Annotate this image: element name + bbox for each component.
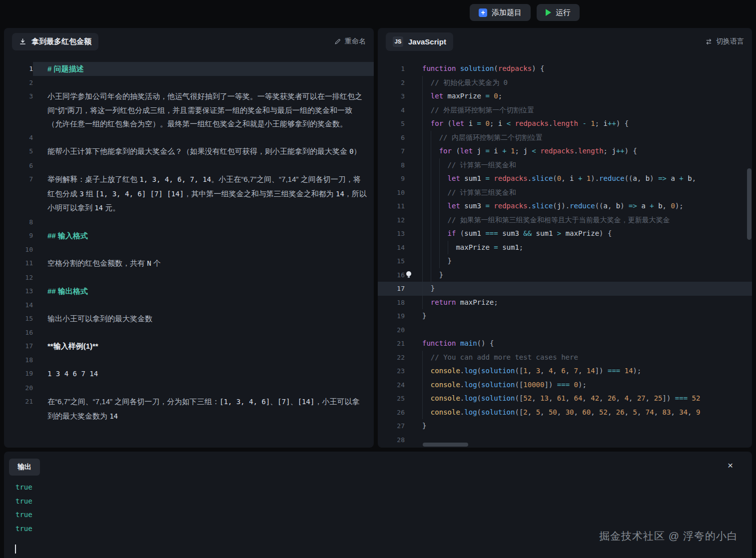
md-line-4[interactable]: 4: [4, 131, 374, 145]
line-number: 15: [378, 254, 405, 268]
line-number: 10: [378, 186, 405, 200]
code-line-content: if (sum1 === sum3 && sum1 > maxPrize) {: [405, 227, 752, 241]
md-line-19[interactable]: 191 3 4 6 7 14: [4, 367, 374, 381]
code-line-content: return maxPrize;: [405, 296, 752, 310]
line-number: 24: [378, 378, 405, 392]
code-line-10[interactable]: 10 // 计算第三组奖金和: [378, 186, 752, 200]
code-line-content: let sum1 = redpacks.slice(0, i + 1).redu…: [405, 172, 752, 186]
line-number: 4: [4, 131, 33, 145]
line-number: 19: [4, 367, 33, 381]
plus-icon: +: [479, 8, 487, 17]
code-line-24[interactable]: 24 console.log(solution([10000]) === 0);: [378, 378, 752, 392]
code-line-23[interactable]: 23 console.log(solution([1, 3, 4, 6, 7, …: [378, 364, 752, 378]
md-line-content: 举例解释：桌子上放了红包 1, 3, 4, 6, 7, 14。小王在“6,7”之…: [33, 172, 374, 215]
code-line-25[interactable]: 25 console.log(solution([52, 13, 61, 64,…: [378, 392, 752, 406]
switch-language-label: 切换语言: [716, 37, 744, 46]
code-line-20[interactable]: 20: [378, 323, 752, 337]
md-line-content: 小王同学参加公司年会的抽奖活动，他运气很好抽到了一等奖。一等奖获奖者可以在一排红…: [33, 89, 374, 131]
code-line-11[interactable]: 11 let sum3 = redpacks.slice(j).reduce((…: [378, 199, 752, 213]
language-tab[interactable]: JS JavaScript: [386, 32, 453, 51]
md-line-7[interactable]: 7举例解释：桌子上放了红包 1, 3, 4, 6, 7, 14。小王在“6,7”…: [4, 172, 374, 215]
code-line-6[interactable]: 6 // 内层循环控制第二个切割位置: [378, 131, 752, 145]
line-number: 22: [378, 351, 405, 365]
line-number: 12: [378, 213, 405, 227]
md-line-11[interactable]: 11空格分割的红包金额数，共有 N 个: [4, 256, 374, 271]
md-line-10[interactable]: 10: [4, 243, 374, 257]
md-line-14[interactable]: 14: [4, 298, 374, 312]
md-line-21[interactable]: 21在“6,7”之间、“7,14” 之间各切一刀，分为如下三组：[1, 3, 4…: [4, 395, 374, 423]
md-line-2[interactable]: 2: [4, 76, 374, 90]
rename-button[interactable]: 重命名: [334, 37, 366, 46]
code-line-26[interactable]: 26 console.log(solution([2, 5, 50, 30, 6…: [378, 406, 752, 420]
line-number: 10: [4, 243, 33, 257]
run-button[interactable]: 运行: [537, 4, 580, 21]
output-tab[interactable]: 输出: [9, 459, 40, 476]
code-line-3[interactable]: 3 let maxPrize = 0;: [378, 89, 752, 103]
problem-title-chip[interactable]: 拿到最多红包金额: [12, 33, 98, 50]
md-line-15[interactable]: 15输出小王可以拿到的最大奖金数: [4, 312, 374, 326]
md-line-content: 能帮小王计算下他能拿到的最大奖金么？（如果没有红包可获得，则小王能拿到的最大奖金…: [33, 144, 374, 159]
code-line-17[interactable]: 17 }: [378, 282, 752, 296]
md-line-8[interactable]: 8: [4, 215, 374, 229]
md-line-content: [33, 298, 374, 312]
md-line-9[interactable]: 9## 输入格式: [4, 229, 374, 243]
md-line-content: 在“6,7”之间、“7,14” 之间各切一刀，分为如下三组：[1, 3, 4, …: [33, 395, 374, 423]
code-line-content: console.log(solution([52, 13, 61, 64, 42…: [405, 392, 752, 406]
switch-language-button[interactable]: 切换语言: [705, 37, 744, 46]
code-line-15[interactable]: 15 }: [378, 254, 752, 268]
code-line-content: }: [405, 268, 752, 282]
topbar: + 添加题目 运行: [0, 0, 756, 24]
md-line-6[interactable]: 6: [4, 159, 374, 173]
code-line-1[interactable]: 1function solution(redpacks) {: [378, 62, 752, 76]
code-line-16[interactable]: 16 }: [378, 268, 752, 282]
code-line-content: // You can add more test cases here: [405, 351, 752, 365]
md-line-13[interactable]: 13## 输出格式: [4, 284, 374, 298]
code-line-9[interactable]: 9 let sum1 = redpacks.slice(0, i + 1).re…: [378, 172, 752, 186]
code-line-2[interactable]: 2 // 初始化最大奖金为 0: [378, 76, 752, 90]
md-line-1[interactable]: 1# 问题描述: [4, 62, 374, 76]
code-line-5[interactable]: 5 for (let i = 0; i < redpacks.length - …: [378, 117, 752, 131]
line-number: 4: [378, 103, 405, 117]
line-number: 14: [4, 298, 33, 312]
line-number: 14: [378, 241, 405, 255]
line-number: 27: [378, 419, 405, 433]
line-number: 28: [378, 433, 405, 447]
code-line-13[interactable]: 13 if (sum1 === sum3 && sum1 > maxPrize)…: [378, 227, 752, 241]
code-line-content: [405, 323, 752, 337]
code-line-8[interactable]: 8 // 计算第一组奖金和: [378, 158, 752, 172]
md-line-18[interactable]: 18: [4, 353, 374, 367]
code-line-21[interactable]: 21function main() {: [378, 337, 752, 351]
code-line-27[interactable]: 27}: [378, 419, 752, 433]
line-number: 7: [378, 144, 405, 158]
md-line-3[interactable]: 3小王同学参加公司年会的抽奖活动，他运气很好抽到了一等奖。一等奖获奖者可以在一排…: [4, 89, 374, 131]
code-line-12[interactable]: 12 // 如果第一组和第三组奖金和相等且大于当前最大奖金，更新最大奖金: [378, 213, 752, 227]
close-icon[interactable]: ×: [728, 461, 733, 470]
md-line-5[interactable]: 5能帮小王计算下他能拿到的最大奖金么？（如果没有红包可获得，则小王能拿到的最大奖…: [4, 144, 374, 159]
md-line-content: [33, 131, 374, 145]
md-line-17[interactable]: 17**输入样例(1)**: [4, 339, 374, 353]
line-number: 6: [378, 131, 405, 145]
line-number: 19: [378, 309, 405, 323]
vertical-scrollbar[interactable]: [747, 168, 752, 240]
md-line-content: # 问题描述: [33, 62, 374, 76]
code-line-19[interactable]: 19}: [378, 309, 752, 323]
horizontal-scrollbar[interactable]: [423, 443, 468, 447]
code-line-7[interactable]: 7 for (let j = i + 1; j < redpacks.lengt…: [378, 144, 752, 158]
line-number: 13: [4, 284, 33, 298]
swap-arrows-icon: [705, 38, 713, 45]
md-line-20[interactable]: 20: [4, 381, 374, 395]
rename-label: 重命名: [345, 37, 366, 46]
code-line-content: // 如果第一组和第三组奖金和相等且大于当前最大奖金，更新最大奖金: [405, 213, 752, 227]
code-line-22[interactable]: 22 // You can add more test cases here: [378, 351, 752, 365]
add-question-button[interactable]: + 添加题目: [470, 4, 531, 21]
md-line-12[interactable]: 12: [4, 271, 374, 285]
md-line-16[interactable]: 16: [4, 326, 374, 340]
code-line-14[interactable]: 14 maxPrize = sum1;: [378, 241, 752, 255]
md-line-content: [33, 353, 374, 367]
code-line-content: maxPrize = sum1;: [405, 241, 752, 255]
line-number: 8: [4, 215, 33, 229]
md-line-content: [33, 326, 374, 340]
code-line-18[interactable]: 18 return maxPrize;: [378, 296, 752, 310]
lightbulb-icon[interactable]: [406, 271, 412, 279]
code-line-4[interactable]: 4 // 外层循环控制第一个切割位置: [378, 103, 752, 117]
